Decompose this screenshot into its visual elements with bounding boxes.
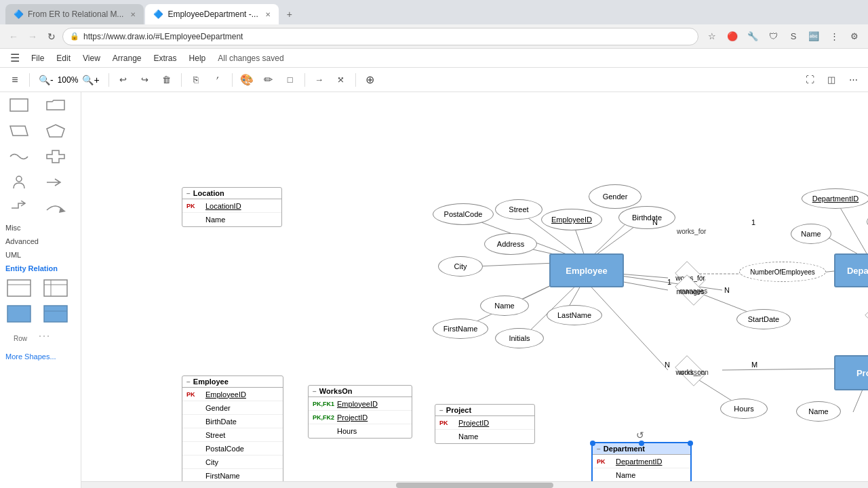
menu-extras[interactable]: Extras — [149, 52, 182, 64]
extension2-icon[interactable]: 🔧 — [745, 28, 761, 45]
format-btn[interactable]: ◫ — [822, 70, 841, 89]
shape-rect[interactable] — [5, 95, 33, 115]
zoom-in-btn[interactable]: 🔍+ — [82, 75, 99, 85]
emp-row-3: BirthDate — [182, 415, 283, 428]
new-tab-button[interactable]: + — [280, 5, 299, 24]
bookmark-icon[interactable]: ☆ — [704, 28, 720, 45]
connection-btn[interactable]: → — [310, 70, 329, 89]
copy-style-btn[interactable]: ⎘ — [186, 70, 205, 89]
shape-bend-arrow[interactable] — [5, 198, 33, 218]
delete-btn[interactable]: 🗑 — [157, 70, 176, 89]
menu-toggle-btn[interactable]: ≡ — [5, 70, 24, 89]
back-button[interactable]: ← — [5, 28, 22, 45]
menu-view[interactable]: View — [77, 52, 106, 64]
menu-file[interactable]: File — [26, 52, 50, 64]
deptname-ellipse: Name — [796, 401, 841, 422]
svg-rect-7 — [44, 280, 67, 296]
more-shapes-btn[interactable]: More Shapes... — [0, 350, 81, 363]
row-item-1[interactable]: Row — [5, 328, 35, 348]
er-shape-2[interactable] — [42, 278, 69, 298]
location-collapse[interactable]: − — [186, 190, 191, 197]
tab-2[interactable]: 🔷 EmployeeDepartment -... ✕ — [145, 4, 278, 24]
menu-dots-icon[interactable]: ⋮ — [826, 28, 842, 45]
project-title: Project — [446, 406, 471, 414]
shape-grid-er — [0, 275, 81, 301]
extension4-icon[interactable]: S — [785, 28, 802, 45]
dept-row-1: PK DepartmentID — [593, 455, 690, 468]
scrollbar-thumb[interactable] — [396, 483, 553, 488]
redo-btn[interactable]: ↪ — [136, 70, 155, 89]
menu-bar: ☰ File Edit View Arrange Extras Help All… — [0, 49, 868, 68]
project-collapse[interactable]: − — [439, 407, 443, 414]
extension1-icon[interactable]: 🔴 — [724, 28, 741, 45]
undo-btn[interactable]: ↩ — [114, 70, 133, 89]
tab2-close[interactable]: ✕ — [265, 11, 271, 18]
shape-cross[interactable] — [42, 146, 69, 167]
canvas-area[interactable]: − Location PK LocationID Name − Employee… — [81, 92, 868, 488]
shape-pentagon[interactable] — [42, 121, 69, 141]
er-shape-4[interactable] — [42, 304, 69, 324]
employee-collapse[interactable]: − — [186, 378, 191, 386]
er-shape-1[interactable] — [5, 278, 33, 298]
dept-title: Department — [604, 445, 645, 453]
shape-folder[interactable] — [42, 95, 69, 115]
insert-btn[interactable]: ⊕ — [361, 70, 380, 89]
settings-icon[interactable]: ⚙ — [846, 28, 863, 45]
shape-arrow[interactable] — [42, 172, 69, 192]
tab-1[interactable]: 🔷 From ER to Relational M... ✕ — [5, 4, 144, 24]
forward-button[interactable]: → — [24, 28, 41, 45]
one-label-2: 1 — [667, 278, 671, 286]
zoom-out-btn[interactable]: 🔍- — [39, 75, 54, 85]
sep3 — [181, 73, 182, 87]
shape-grid-5 — [0, 195, 81, 221]
refresh-button[interactable]: ↻ — [43, 28, 60, 45]
n-label-4: N — [665, 361, 670, 369]
sidebar-uml[interactable]: UML — [0, 248, 81, 262]
project-entity[interactable]: Project — [834, 355, 868, 390]
controls-diamond: controls — [853, 306, 868, 333]
dept-collapse[interactable]: − — [597, 445, 601, 453]
employee-entity[interactable]: Employee — [549, 253, 624, 287]
menu-arrange[interactable]: Arrange — [107, 52, 147, 64]
extension5-icon[interactable]: 🔤 — [806, 28, 822, 45]
zoom-value[interactable]: 100% — [55, 75, 81, 85]
address-bar[interactable]: 🔒 https://www.draw.io/#LEmployeeDepartme… — [62, 28, 698, 45]
er-shape-3[interactable] — [5, 304, 33, 324]
waypoint-btn[interactable]: ⤧ — [332, 70, 351, 89]
sidebar-toggle[interactable]: ☰ — [5, 49, 24, 68]
shape-parallelogram[interactable] — [5, 121, 33, 141]
shape-wave[interactable] — [5, 146, 33, 167]
tab1-close[interactable]: ✕ — [130, 11, 136, 18]
paste-style-btn[interactable]: ⎖ — [208, 70, 227, 89]
menu-help[interactable]: Help — [184, 52, 212, 64]
workson-collapse[interactable]: − — [313, 388, 317, 395]
address-ellipse: Address — [484, 233, 537, 255]
svg-rect-11 — [44, 306, 67, 322]
extension3-icon[interactable]: 🛡 — [765, 28, 781, 45]
project-table: − Project PK ProjectID Name — [435, 404, 535, 444]
works-on-label: works_on — [679, 369, 709, 376]
fullscreen-btn[interactable]: ⛶ — [800, 70, 819, 89]
row-item-2[interactable]: ⋯ — [38, 328, 50, 348]
department-entity[interactable]: Department — [834, 253, 868, 287]
svg-rect-5 — [7, 280, 31, 296]
sidebar-entity[interactable]: Entity Relation — [0, 262, 81, 275]
menu-edit[interactable]: Edit — [51, 52, 76, 64]
employeeid-ellipse: EmployeeID — [541, 209, 602, 230]
fill-color-btn[interactable]: 🎨 — [237, 70, 256, 89]
tab-bar: 🔷 From ER to Relational M... ✕ 🔷 Employe… — [0, 0, 868, 24]
app-body: Misc Advanced UML Entity Relation Row ⋯ … — [0, 92, 868, 488]
more-btn[interactable]: ⋯ — [844, 70, 863, 89]
line-color-btn[interactable]: ✏ — [259, 70, 278, 89]
sep2 — [108, 73, 109, 87]
shape-person[interactable] — [5, 172, 33, 192]
sidebar-advanced[interactable]: Advanced — [0, 235, 81, 248]
employee-title: Employee — [193, 378, 229, 386]
reload-icon[interactable]: ↺ — [636, 430, 644, 441]
h-scrollbar[interactable] — [81, 481, 868, 488]
left-sidebar: Misc Advanced UML Entity Relation Row ⋯ … — [0, 92, 81, 488]
shape-btn[interactable]: □ — [281, 70, 300, 89]
sidebar-misc[interactable]: Misc — [0, 221, 81, 235]
shape-curved-arrow[interactable] — [42, 198, 69, 218]
city-ellipse: City — [438, 256, 483, 277]
